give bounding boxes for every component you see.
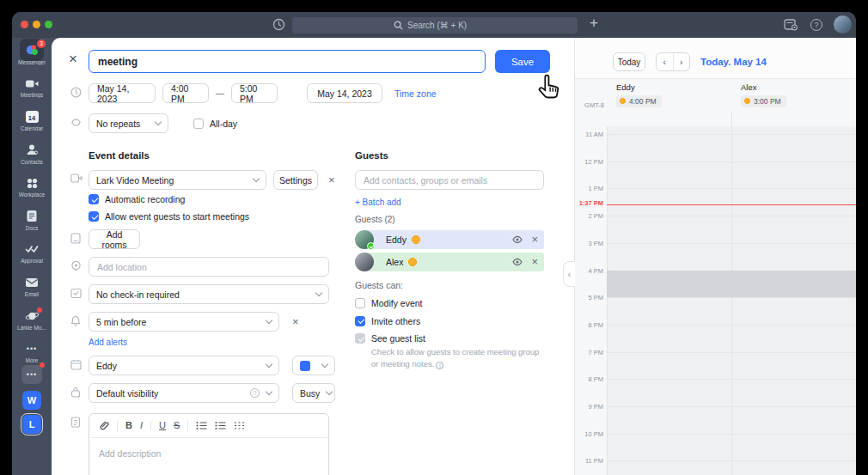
alert-select[interactable]: 5 min before	[89, 312, 279, 332]
check-in-select[interactable]: No check-in required	[89, 284, 329, 304]
start-date-field[interactable]: May 14, 2023	[89, 83, 156, 103]
permission-checkbox[interactable]	[355, 316, 365, 326]
permission-checkbox[interactable]	[355, 298, 365, 308]
settings-button[interactable]: Settings	[273, 170, 318, 190]
notification-dot	[40, 362, 45, 368]
description-input[interactable]: Add description	[89, 438, 328, 469]
permission-label: Modify event	[371, 298, 423, 308]
hour-gridline	[607, 134, 856, 135]
underline-button[interactable]: U	[159, 421, 166, 430]
search-input[interactable]	[407, 21, 476, 30]
guest-permissions: Modify eventInvite othersSee guest list	[355, 298, 544, 351]
all-day-checkbox-row[interactable]: All-day	[193, 119, 237, 129]
remove-guest-button[interactable]: ×	[531, 233, 538, 246]
info-icon[interactable]: i	[436, 362, 443, 369]
guest-count-label: Guests (2)	[355, 215, 544, 224]
eye-icon[interactable]	[512, 235, 523, 244]
selected-time-slot[interactable]	[607, 271, 856, 297]
hour-label: 1 PM	[575, 185, 603, 192]
chevron-down-icon	[315, 289, 322, 296]
close-window-button[interactable]	[21, 21, 28, 28]
sidebar-item-contacts[interactable]: Contacts	[12, 137, 52, 171]
user-avatar[interactable]	[834, 15, 852, 33]
video-meeting-select[interactable]: Lark Video Meeting	[89, 170, 266, 190]
sidebar-item-email[interactable]: Email	[12, 270, 52, 303]
guest-search-input[interactable]	[355, 170, 544, 190]
current-time-line	[607, 204, 856, 205]
local-time-chip: 4:00 PM	[616, 95, 662, 107]
eye-icon[interactable]	[512, 258, 523, 266]
permission-row[interactable]: Modify event	[355, 298, 544, 308]
auto-recording-checkbox[interactable]	[89, 194, 99, 204]
hour-label: 11 AM	[575, 131, 603, 138]
history-icon[interactable]	[272, 18, 285, 31]
envelope-icon	[24, 276, 40, 289]
start-time-field[interactable]: 4:00 PM	[162, 83, 209, 103]
calendar-select[interactable]: Eddy	[89, 356, 279, 375]
permission-row[interactable]: See guest list	[355, 333, 544, 344]
batch-add-link[interactable]: + Batch add	[355, 198, 544, 207]
save-button[interactable]: Save	[495, 50, 550, 73]
remove-alert-button[interactable]: ×	[292, 315, 299, 328]
close-editor-button[interactable]: ×	[69, 51, 77, 68]
guest-status-icon	[412, 235, 420, 244]
toolbar-divider	[117, 421, 118, 431]
end-date-field[interactable]: May 14, 2023	[307, 83, 382, 103]
bold-button[interactable]: B	[125, 421, 132, 430]
notification-dot	[37, 308, 42, 313]
visibility-help-icon[interactable]: ?	[250, 388, 260, 398]
calendar-settings-icon[interactable]	[784, 18, 798, 31]
time-zone-link[interactable]: Time zone	[394, 88, 437, 99]
zoom-window-button[interactable]	[45, 21, 52, 28]
guests-can-heading: Guests can:	[355, 280, 544, 290]
bullet-list-icon[interactable]	[196, 421, 207, 430]
chevron-down-icon	[155, 119, 162, 125]
italic-button[interactable]: I	[140, 421, 143, 430]
prev-day-button[interactable]: ‹	[657, 53, 674, 70]
alert-row: 5 min before ×	[89, 312, 299, 332]
sidebar-item-larkie[interactable]: Larkie Mo...	[12, 303, 52, 337]
strikethrough-button[interactable]: S	[174, 421, 180, 430]
bell-icon	[70, 315, 83, 327]
add-alerts-link[interactable]: Add alerts	[89, 338, 127, 347]
add-rooms-button[interactable]: Add rooms	[89, 229, 140, 249]
event-title-input[interactable]	[89, 50, 486, 73]
visibility-select[interactable]: Default visibility ?	[89, 383, 279, 403]
workspace-switcher-button[interactable]: •••	[21, 365, 42, 384]
today-button[interactable]: Today	[613, 52, 645, 71]
collapse-panel-handle[interactable]: ‹	[563, 261, 575, 287]
attach-icon[interactable]	[99, 420, 109, 431]
remove-guest-button[interactable]: ×	[531, 255, 538, 268]
workspace-tile-l[interactable]: L	[22, 415, 41, 434]
busy-select[interactable]: Busy	[292, 383, 335, 403]
end-time-field[interactable]: 5:00 PM	[231, 83, 278, 103]
sidebar-item-meetings[interactable]: Meetings	[12, 71, 52, 105]
permission-checkbox[interactable]	[355, 333, 365, 344]
remove-video-meeting-button[interactable]: ×	[328, 174, 335, 186]
sidebar-item-messenger[interactable]: 3 Messenger	[12, 38, 52, 71]
location-input[interactable]	[89, 257, 329, 277]
help-icon[interactable]: ?	[810, 19, 822, 31]
numbered-list-icon[interactable]	[215, 421, 226, 430]
all-day-checkbox[interactable]	[193, 119, 204, 129]
event-color-select[interactable]	[292, 356, 335, 375]
color-swatch	[300, 361, 310, 371]
sidebar-item-workplace[interactable]: Workplace	[12, 170, 52, 204]
global-search[interactable]	[292, 17, 578, 33]
allow-guests-start-row[interactable]: Allow event guests to start meetings	[89, 211, 249, 222]
hour-gridline	[607, 434, 856, 435]
workspace-tile-w[interactable]: W	[22, 391, 41, 410]
auto-recording-row[interactable]: Automatic recording	[89, 194, 185, 204]
permission-row[interactable]: Invite others	[355, 316, 544, 326]
allow-guests-start-checkbox[interactable]	[89, 211, 99, 222]
minimize-window-button[interactable]	[33, 21, 40, 28]
new-tab-button[interactable]: +	[590, 15, 598, 32]
next-day-button[interactable]: ›	[674, 53, 690, 70]
sidebar-item-docs[interactable]: Docs	[12, 204, 52, 237]
task-list-icon[interactable]	[234, 421, 245, 430]
sidebar-item-approval[interactable]: Approval	[12, 237, 52, 271]
sidebar-item-calendar[interactable]: 14 Calendar	[12, 104, 52, 137]
repeat-select[interactable]: No repeats	[89, 113, 168, 133]
guest-row-eddy[interactable]: Eddy ×	[355, 230, 544, 249]
guest-row-alex[interactable]: Alex ×	[355, 253, 544, 271]
